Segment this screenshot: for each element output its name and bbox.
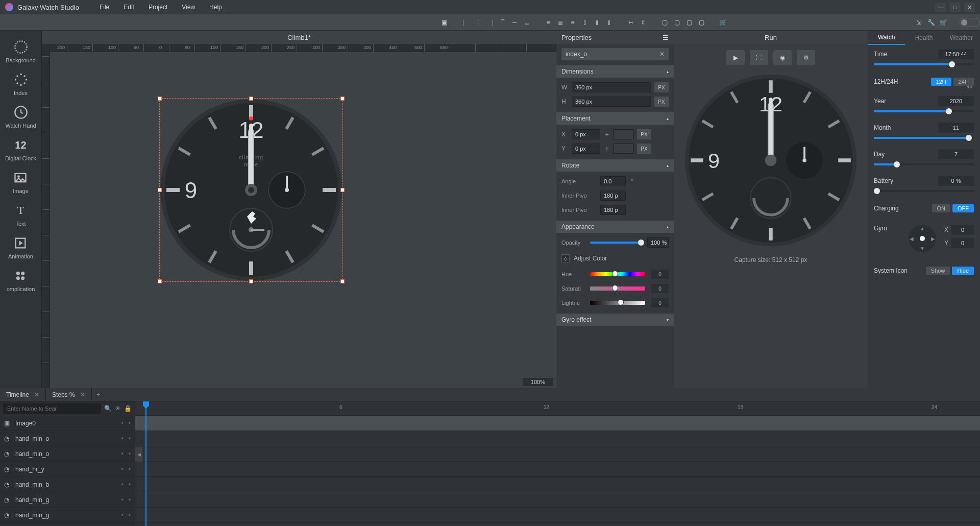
- resize-handle-nw[interactable]: [158, 97, 162, 101]
- timeline-tab-steps[interactable]: Steps %✕: [46, 388, 92, 401]
- play-button[interactable]: ▶: [726, 50, 745, 65]
- close-button[interactable]: ✕: [964, 3, 975, 12]
- charging-on[interactable]: ON: [932, 204, 951, 212]
- aod-toggle[interactable]: [960, 18, 980, 27]
- link-dimensions-icon[interactable]: ⚯: [967, 84, 975, 91]
- layer-backward-icon[interactable]: ▢: [684, 17, 694, 28]
- track-row[interactable]: [135, 492, 980, 508]
- resize-handle-ne[interactable]: [340, 97, 345, 101]
- x-add-button[interactable]: +: [603, 129, 610, 139]
- tab-health[interactable]: Health: [905, 31, 942, 45]
- time-value[interactable]: 17:58:44: [938, 49, 974, 59]
- adjust-color-checkbox[interactable]: ◇: [561, 254, 570, 262]
- fmt-12h[interactable]: 12H: [931, 78, 951, 86]
- layer-row[interactable]: ▣Image0••: [0, 416, 135, 431]
- tool-digital-clock[interactable]: 12 Digital Clock: [5, 138, 36, 161]
- day-slider[interactable]: [874, 163, 974, 165]
- x-offset-input[interactable]: [614, 129, 634, 139]
- sysicon-hide[interactable]: Hide: [952, 267, 974, 275]
- resize-handle-sw[interactable]: [158, 279, 162, 283]
- spacing-h-icon[interactable]: ⇿: [626, 17, 636, 28]
- gyro-x-value[interactable]: 0: [951, 225, 974, 235]
- distribute-h2-icon[interactable]: ≣: [555, 17, 566, 28]
- angle-input[interactable]: 0.0: [600, 176, 626, 186]
- y-input[interactable]: 0 px: [572, 144, 600, 154]
- distribute-v2-icon[interactable]: ⫿: [592, 17, 602, 28]
- pivot-y-input[interactable]: 180 p: [600, 205, 626, 215]
- minimize-button[interactable]: —: [935, 3, 946, 12]
- maximize-button[interactable]: □: [949, 3, 961, 12]
- align-hcenter-icon[interactable]: ╎: [473, 17, 483, 28]
- resize-handle-se[interactable]: [340, 279, 345, 283]
- add-timeline-tab-button[interactable]: +: [92, 388, 105, 401]
- object-name-input[interactable]: [566, 51, 656, 58]
- document-tab[interactable]: Climb1*: [42, 31, 556, 44]
- menu-help[interactable]: Help: [209, 4, 222, 11]
- section-appearance[interactable]: Appearance▴: [556, 221, 674, 233]
- tool-background[interactable]: Background: [6, 40, 36, 63]
- tool-animation[interactable]: Animation: [8, 236, 33, 259]
- track-row[interactable]: [135, 446, 980, 462]
- search-icon[interactable]: 🔍: [104, 405, 112, 412]
- pivot-x-input[interactable]: 180 p: [600, 190, 626, 201]
- layer-forward-icon[interactable]: ▢: [672, 17, 682, 28]
- tool-watch-hand[interactable]: Watch Hand: [5, 105, 36, 129]
- tab-weather[interactable]: Weather: [943, 31, 980, 45]
- layer-row[interactable]: ◔hand_min_g••: [0, 508, 135, 523]
- menu-project[interactable]: Project: [149, 4, 167, 11]
- timeline-tracks[interactable]: 6 12 18 24 ◀: [135, 401, 980, 526]
- align-edges-icon[interactable]: ▣: [439, 17, 449, 28]
- month-value[interactable]: 11: [938, 123, 974, 133]
- settings-icon[interactable]: 🔧: [926, 17, 936, 28]
- tool-index[interactable]: Index: [14, 73, 28, 96]
- fit-button[interactable]: ⛶: [750, 50, 768, 65]
- y-unit-button[interactable]: PX: [637, 144, 651, 154]
- track-row[interactable]: [135, 416, 980, 431]
- light-value[interactable]: 0: [651, 298, 669, 307]
- opacity-slider[interactable]: [590, 242, 641, 244]
- x-unit-button[interactable]: PX: [637, 129, 651, 139]
- visibility-icon[interactable]: 👁: [115, 405, 121, 412]
- sat-slider[interactable]: [590, 286, 645, 291]
- section-placement[interactable]: Placement▴: [556, 112, 674, 125]
- year-slider[interactable]: [874, 110, 974, 112]
- align-top-icon[interactable]: ⎺: [497, 17, 507, 28]
- export-icon[interactable]: ⇲: [914, 17, 924, 28]
- object-name-field[interactable]: ✕: [561, 48, 669, 60]
- close-tab-icon[interactable]: ✕: [34, 391, 39, 398]
- layer-row[interactable]: ◔hand_min_g••: [0, 492, 135, 508]
- clear-name-icon[interactable]: ✕: [659, 51, 665, 58]
- cart-icon[interactable]: 🛒: [718, 17, 728, 28]
- tool-image[interactable]: Image: [13, 171, 29, 194]
- tool-text[interactable]: T Text: [14, 203, 28, 227]
- timeline-playhead[interactable]: [145, 401, 146, 526]
- panel-menu-icon[interactable]: ☰: [663, 34, 669, 41]
- timeline-ruler[interactable]: 6 12 18 24: [135, 401, 980, 416]
- resize-handle-n[interactable]: [249, 97, 253, 101]
- spacing-v-icon[interactable]: ⇳: [638, 17, 648, 28]
- layer-row[interactable]: ◔hand_hr_y••: [0, 462, 135, 477]
- month-slider[interactable]: [874, 137, 974, 139]
- distribute-v3-icon[interactable]: ⫿: [604, 17, 615, 28]
- distribute-h3-icon[interactable]: ≡: [568, 17, 578, 28]
- hue-slider[interactable]: [590, 272, 645, 276]
- resize-handle-e[interactable]: [340, 188, 345, 192]
- sat-value[interactable]: 0: [651, 284, 669, 293]
- x-input[interactable]: 0 px: [572, 129, 600, 139]
- selection-box[interactable]: [159, 98, 343, 282]
- charging-off[interactable]: OFF: [952, 204, 974, 212]
- layer-front-icon[interactable]: ▢: [659, 17, 670, 28]
- height-input[interactable]: 360 px: [572, 97, 651, 107]
- section-rotate[interactable]: Rotate▴: [556, 159, 674, 172]
- track-row[interactable]: [135, 508, 980, 523]
- align-vcenter-icon[interactable]: ─: [509, 17, 520, 28]
- deploy-icon[interactable]: 🛒: [938, 17, 948, 28]
- track-row[interactable]: [135, 462, 980, 477]
- year-value[interactable]: 2020: [938, 96, 974, 106]
- layer-back-icon[interactable]: ▢: [696, 17, 706, 28]
- layer-row[interactable]: ◔hand_min_o••: [0, 431, 135, 446]
- light-slider[interactable]: [590, 301, 645, 305]
- align-bottom-icon[interactable]: ⎽: [522, 17, 532, 28]
- menu-edit[interactable]: Edit: [124, 4, 134, 11]
- sysicon-show[interactable]: Show: [926, 267, 950, 275]
